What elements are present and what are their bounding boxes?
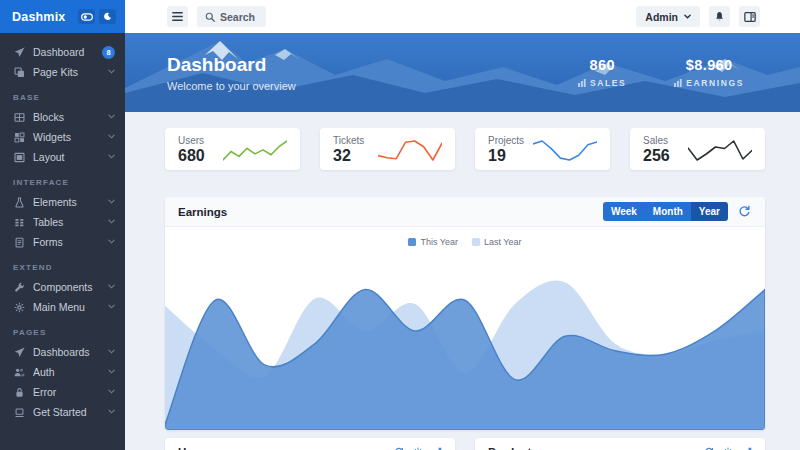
stat-cards-row: Users 680 Tickets 32 Projects 19 <box>165 128 765 170</box>
stat-card-sales[interactable]: Sales 256 <box>630 128 765 170</box>
stat-card-tickets[interactable]: Tickets 32 <box>320 128 455 170</box>
sidebar-item-dashboard[interactable]: Dashboard8 <box>0 42 125 62</box>
widgets-icon <box>14 132 25 143</box>
page-title: Dashboard <box>167 54 296 76</box>
chevron-down-icon <box>108 134 115 141</box>
sidebar-item-blocks[interactable]: Blocks <box>0 107 125 127</box>
stat-card-projects[interactable]: Projects 19 <box>475 128 610 170</box>
chevron-down-icon <box>108 154 115 161</box>
sidebar-section-pages: Pages <box>0 317 125 342</box>
bar-chart-icon <box>578 79 586 87</box>
range-button-group: WeekMonthYear <box>603 202 728 221</box>
bell-icon <box>714 11 725 22</box>
legend-swatch <box>472 238 480 246</box>
sidebar-item-elements[interactable]: Elements <box>0 192 125 212</box>
chevron-down-icon <box>108 304 115 311</box>
chevron-down-icon <box>108 389 115 396</box>
side-overlay-button[interactable] <box>739 6 760 27</box>
sidebar-item-label: Forms <box>33 236 108 248</box>
sidebar-item-label: Error <box>33 386 108 398</box>
earnings-title: Earnings <box>178 206 227 218</box>
page-content: Users 680 Tickets 32 Projects 19 <box>125 112 800 450</box>
refresh-button[interactable] <box>738 205 752 219</box>
sidebar-item-error[interactable]: Error <box>0 382 125 402</box>
sidebar-item-dashboards[interactable]: Dashboards <box>0 342 125 362</box>
dark-mode-button[interactable] <box>99 9 116 24</box>
stat-value: 256 <box>643 147 670 165</box>
search-button[interactable]: Search <box>197 6 266 27</box>
sidebar-item-page-kits[interactable]: Page Kits <box>0 62 125 82</box>
hero-heading: Dashboard Welcome to your overview <box>167 54 296 92</box>
chevron-down-icon <box>684 14 691 19</box>
chart-legend: This YearLast Year <box>165 237 765 247</box>
sidebar-item-tables[interactable]: Tables <box>0 212 125 232</box>
toggle-pill-icon <box>81 13 93 21</box>
chevron-down-icon <box>108 199 115 206</box>
sidebar-item-label: Main Menu <box>33 301 108 313</box>
sidebar-item-label: Page Kits <box>33 66 108 78</box>
paper-plane-icon <box>14 347 25 358</box>
search-icon <box>205 12 215 22</box>
sidebar-item-layout[interactable]: Layout <box>0 147 125 167</box>
sidebar-item-label: Auth <box>33 366 108 378</box>
sidebar: Dashmix Dashboard8Page KitsBaseBlocksWid… <box>0 0 125 450</box>
range-button-year[interactable]: Year <box>691 202 728 221</box>
bar-chart-icon <box>674 79 682 87</box>
gear-icon <box>14 302 25 313</box>
sidebar-item-widgets[interactable]: Widgets <box>0 127 125 147</box>
notifications-button[interactable] <box>709 6 730 27</box>
sidebar-item-get-started[interactable]: Get Started <box>0 402 125 422</box>
stat-label: Projects <box>488 135 524 146</box>
admin-label: Admin <box>645 11 678 23</box>
sidebar-item-label: Layout <box>33 151 108 163</box>
products-card: Products <box>475 438 765 450</box>
bottom-cards-row: Users Products <box>165 438 765 450</box>
sparkline-chart <box>533 137 597 163</box>
sidebar-section-interface: Interface <box>0 167 125 192</box>
sidebar-item-label: Components <box>33 281 108 293</box>
products-card-title: Products <box>488 446 538 450</box>
legend-item-last-year: Last Year <box>472 237 522 247</box>
topbar: Search Admin <box>125 0 800 33</box>
paper-plane-icon <box>14 47 25 58</box>
sidebar-section-extend: Extend <box>0 252 125 277</box>
users-card: Users <box>165 438 455 450</box>
hero-content: Dashboard Welcome to your overview 860 S… <box>125 33 800 112</box>
chevron-down-icon <box>108 284 115 291</box>
refresh-icon <box>738 205 752 218</box>
sidebar-section-base: Base <box>0 82 125 107</box>
earnings-chart-area: This YearLast Year <box>165 227 765 430</box>
blocks-icon <box>14 112 25 123</box>
admin-menu-button[interactable]: Admin <box>636 6 700 27</box>
earnings-card-header: Earnings WeekMonthYear <box>165 197 765 227</box>
copy-icon <box>14 67 25 78</box>
topbar-right: Admin <box>636 6 760 27</box>
stat-value: 680 <box>178 147 205 165</box>
chevron-down-icon <box>108 349 115 356</box>
clipboard-icon <box>14 237 25 248</box>
sidebar-item-forms[interactable]: Forms <box>0 232 125 252</box>
earnings-area-chart[interactable] <box>165 258 765 430</box>
chevron-down-icon <box>108 369 115 376</box>
sidebar-style-toggle-button[interactable] <box>78 9 95 24</box>
sidebar-item-label: Tables <box>33 216 108 228</box>
wrench-icon <box>14 282 25 293</box>
range-button-week[interactable]: Week <box>603 202 645 221</box>
sidebar-toggle-button[interactable] <box>167 6 188 27</box>
legend-item-this-year: This Year <box>408 237 458 247</box>
page-subtitle: Welcome to your overview <box>167 80 296 92</box>
sidebar-brand: Dashmix <box>0 0 125 33</box>
sidebar-item-label: Dashboards <box>33 346 108 358</box>
side-panel-icon <box>744 12 756 22</box>
sidebar-item-components[interactable]: Components <box>0 277 125 297</box>
sidebar-item-auth[interactable]: Auth <box>0 362 125 382</box>
beaker-icon <box>14 197 25 208</box>
sidebar-item-main-menu[interactable]: Main Menu <box>0 297 125 317</box>
hamburger-icon <box>172 12 183 21</box>
sales-value: 860 <box>578 57 626 73</box>
stat-value: 19 <box>488 147 524 165</box>
search-label: Search <box>220 11 255 23</box>
range-button-month[interactable]: Month <box>645 202 691 221</box>
sidebar-item-label: Dashboard <box>33 46 102 58</box>
stat-card-users[interactable]: Users 680 <box>165 128 300 170</box>
